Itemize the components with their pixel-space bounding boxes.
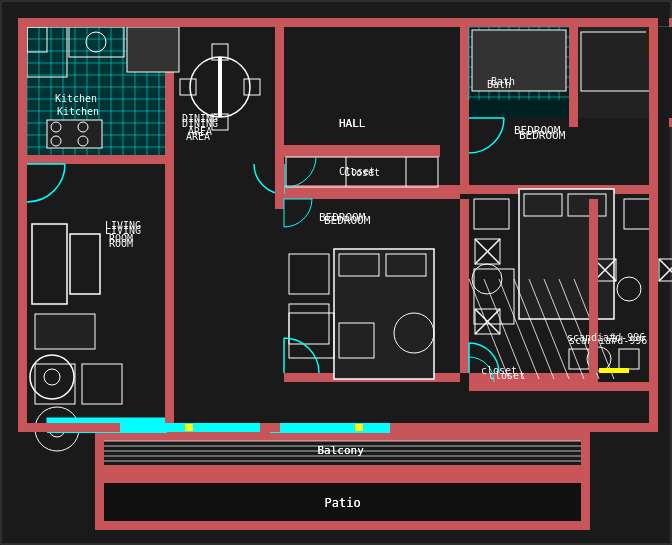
floor-plan bbox=[0, 0, 672, 545]
floor-plan-canvas bbox=[0, 0, 672, 545]
